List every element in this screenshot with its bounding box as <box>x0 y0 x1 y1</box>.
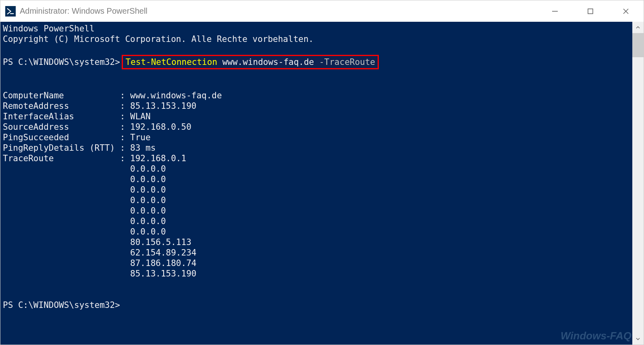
powershell-icon <box>5 6 16 17</box>
terminal-area: Windows PowerShell Copyright (C) Microso… <box>0 22 644 345</box>
scroll-up-button[interactable] <box>632 22 644 33</box>
prompt-path: PS C:\WINDOWS\system32> <box>3 57 120 67</box>
command-highlight-box: Test-NetConnection www.windows-faq.de -T… <box>122 55 379 69</box>
maximize-button[interactable] <box>573 0 608 22</box>
scroll-thumb[interactable] <box>632 33 644 57</box>
scroll-track[interactable] <box>632 33 644 333</box>
command-name: Test-NetConnection <box>125 57 217 67</box>
window-controls <box>537 0 644 22</box>
powershell-window: Administrator: Windows PowerShell Window… <box>0 0 644 345</box>
result-block: ComputerName : www.windows-faq.de Remote… <box>3 91 222 278</box>
scrollbar[interactable] <box>632 22 644 345</box>
window-title: Administrator: Windows PowerShell <box>20 6 147 16</box>
titlebar[interactable]: Administrator: Windows PowerShell <box>0 0 644 22</box>
minimize-button[interactable] <box>537 0 573 22</box>
command-flag: -TraceRoute <box>319 57 375 67</box>
banner-line2: Copyright (C) Microsoft Corporation. All… <box>3 34 314 44</box>
terminal-output[interactable]: Windows PowerShell Copyright (C) Microso… <box>0 22 632 345</box>
banner-line1: Windows PowerShell <box>3 24 95 33</box>
close-button[interactable] <box>608 0 644 22</box>
prompt-path-2: PS C:\WINDOWS\system32> <box>3 300 120 310</box>
svg-rect-3 <box>588 9 593 14</box>
scroll-down-button[interactable] <box>632 333 644 345</box>
command-arg: www.windows-faq.de <box>222 57 314 67</box>
